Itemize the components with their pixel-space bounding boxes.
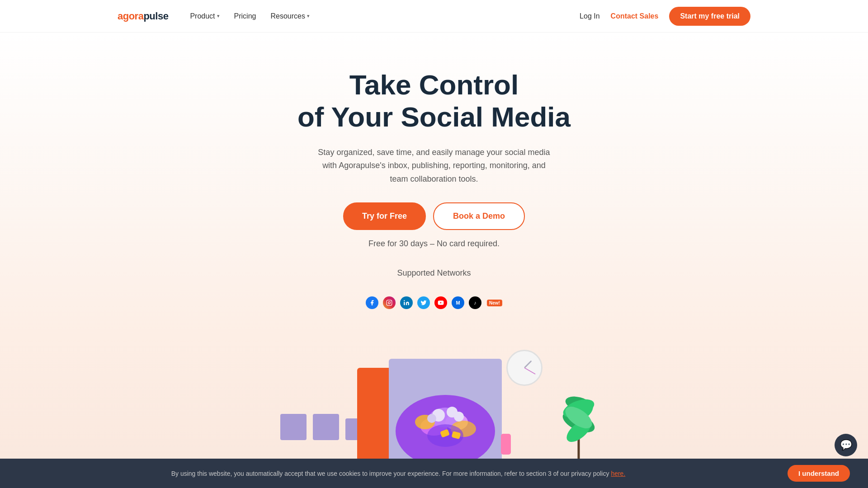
sticky-notes-group [280,414,367,440]
logo-pulse: pulse [143,10,168,22]
hero-scene [253,345,615,463]
navbar: agora pulse Product ▾ Pricing Resources … [0,0,868,33]
svg-point-15 [427,414,436,423]
plant-svg [552,377,606,463]
logo-agora: agora [118,10,143,22]
cookie-banner: By using this website, you automatically… [0,459,868,463]
try-free-button[interactable]: Try for Free [343,202,426,230]
chat-icon: 💬 [840,439,852,451]
supported-networks: Supported Networks M [9,267,859,309]
clock-decoration [506,350,542,386]
svg-point-16 [454,412,464,422]
nav-pricing[interactable]: Pricing [234,12,256,20]
tiktok-icon: ♪ [469,296,481,309]
network-icons-list: M ♪ New! [9,296,859,309]
svg-point-1 [388,302,391,304]
nav-right: Log In Contact Sales Start my free trial [580,7,750,26]
candy-svg [389,359,502,463]
svg-point-2 [391,301,391,301]
hero-illustration [0,336,868,463]
purple-panel [389,359,502,463]
youtube-icon [434,296,447,309]
sticky-note-2 [313,414,339,440]
contact-sales-link[interactable]: Contact Sales [611,12,659,20]
book-demo-button[interactable]: Book a Demo [433,202,525,230]
chevron-down-icon: ▾ [217,13,220,19]
nav-links: Product ▾ Pricing Resources ▾ [190,12,580,20]
sticky-note-1 [280,414,307,440]
login-link[interactable]: Log In [580,12,599,20]
hero-subtext: Stay organized, save time, and easily ma… [316,146,552,186]
svg-rect-3 [404,302,405,305]
linkedin-icon [400,296,413,309]
hero-headline: Take Control of Your Social Media [280,69,588,133]
clock-hour-hand [524,360,532,368]
instagram-icon [383,296,396,309]
chat-widget-button[interactable]: 💬 [835,434,857,456]
nav-resources[interactable]: Resources ▾ [270,12,309,20]
hero-cta-buttons: Try for Free Book a Demo [9,202,859,230]
nav-product[interactable]: Product ▾ [190,12,219,20]
meta-icon: M [452,296,464,309]
facebook-icon [366,296,378,309]
twitter-icon [417,296,430,309]
supported-networks-label: Supported Networks [316,267,552,280]
clock-minute-hand [524,367,536,375]
new-badge: New! [487,300,502,306]
chevron-down-icon: ▾ [307,13,310,19]
svg-point-4 [404,300,405,301]
hero-note: Free for 30 days – No card required. [316,237,552,251]
plant-decoration [552,377,606,463]
logo[interactable]: agora pulse [118,10,168,22]
pink-phone-decoration [501,434,511,455]
svg-rect-0 [387,300,392,305]
start-trial-button[interactable]: Start my free trial [669,7,750,26]
hero-section: Take Control of Your Social Media Stay o… [0,33,868,336]
